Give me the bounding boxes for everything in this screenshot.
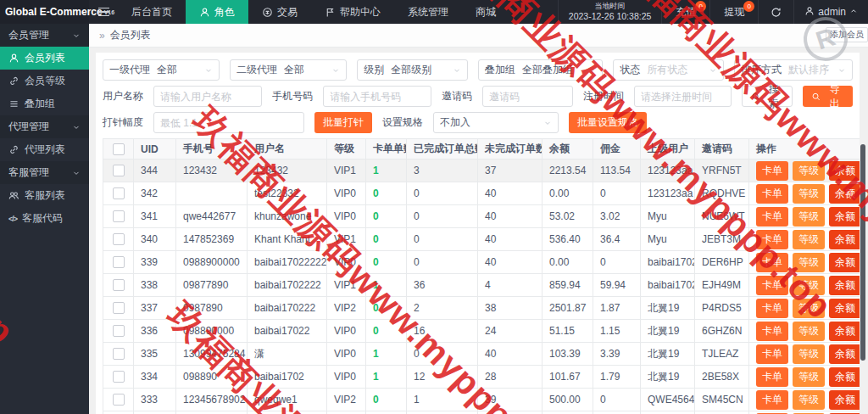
set-spec-select[interactable]: 不加入 [433, 112, 559, 133]
top-nav-help-center[interactable]: 帮助中心 [311, 0, 394, 24]
action-button-level[interactable]: 等级 [793, 344, 825, 364]
action-button-stuck-order[interactable]: 卡单 [756, 322, 788, 341]
row-checkbox[interactable] [113, 256, 125, 268]
action-button-stuck-order[interactable]: 卡单 [756, 253, 788, 272]
row-select-cell [103, 251, 134, 274]
sidebar-item-overlay-group[interactable]: 叠加组 [0, 92, 89, 115]
action-button-level[interactable]: 等级 [793, 299, 825, 318]
cell-invite: YRFN5T [695, 159, 749, 182]
sidebar-item-member-level[interactable]: 会员等级 [0, 70, 89, 92]
sidebar-item-service-code[interactable]: </>客服代码 [0, 207, 89, 230]
cell-stuck: 0 [366, 228, 407, 251]
action-button-balance[interactable]: 余额 [829, 207, 860, 227]
sidebar-item-service-list[interactable]: 客服列表 [0, 184, 89, 207]
cell-uncompleted: 24 [478, 320, 542, 343]
top-nav-role[interactable]: 角色 [186, 0, 248, 24]
sidebar-item-label: 客服代码 [22, 211, 63, 226]
row-checkbox[interactable] [113, 371, 125, 383]
action-button-stuck-order[interactable]: 卡单 [756, 344, 788, 364]
sidebar-item-label: 客服列表 [25, 188, 65, 203]
row-checkbox[interactable] [113, 233, 125, 245]
action-button-level[interactable]: 等级 [793, 184, 825, 204]
vertical-scrollbar[interactable] [860, 144, 865, 361]
row-checkbox[interactable] [113, 325, 125, 337]
export-button[interactable]: 导出 [803, 86, 853, 107]
row-checkbox[interactable] [113, 348, 125, 360]
sidebar-group-member-management[interactable]: 会员管理 [0, 24, 89, 47]
register-time-input[interactable] [641, 91, 725, 103]
sidebar-group-service-management[interactable]: 客服管理 [0, 161, 89, 184]
action-button-stuck-order[interactable]: 卡单 [756, 367, 788, 387]
sidebar-group-agent-management[interactable]: 代理管理 [0, 115, 89, 138]
sidebar-group-label: 会员管理 [8, 28, 49, 42]
cell-level: VIP1 [327, 274, 366, 297]
top-nav-system[interactable]: 系统管理 [394, 0, 462, 24]
link-icon [8, 76, 19, 87]
action-button-balance[interactable]: 余额 [829, 367, 860, 387]
filter-select-sort-order[interactable]: 排序方式默认排序 [734, 59, 853, 81]
action-button-level[interactable]: 等级 [793, 276, 825, 295]
row-checkbox[interactable] [113, 302, 125, 314]
top-nav-mall[interactable]: 商城 [462, 0, 509, 24]
withdraw-button[interactable]: 提现 0 [710, 0, 759, 24]
add-member-button[interactable]: 添加会员 [826, 27, 868, 42]
search-button[interactable]: 搜索 [742, 86, 793, 107]
row-checkbox[interactable] [113, 279, 125, 291]
cell-stuck: 0 [366, 251, 407, 274]
cell-uncompleted [478, 411, 542, 414]
filter-select-overlay-group[interactable]: 叠加组全部叠加组 [478, 59, 603, 81]
top-nav-label: 商城 [476, 5, 496, 20]
action-button-level[interactable]: 等级 [793, 367, 825, 387]
action-button-stuck-order[interactable]: 卡单 [756, 390, 788, 410]
action-button-balance[interactable]: 余额 [829, 184, 860, 204]
action-button-stuck-order[interactable]: 卡单 [756, 230, 788, 249]
batch-inject-button[interactable]: 批量打针 [314, 112, 372, 133]
refresh-icon[interactable] [759, 0, 794, 24]
action-button-balance[interactable]: 余额 [829, 390, 860, 410]
recharge-button[interactable]: 充值 0 [662, 0, 710, 24]
action-button-stuck-order[interactable]: 卡单 [756, 299, 788, 318]
inject-range-input[interactable] [160, 117, 298, 129]
filter-select-agent-level1[interactable]: 一级代理全部 [103, 59, 220, 81]
menu-toggle-icon[interactable] [89, 0, 118, 24]
action-button-stuck-order[interactable]: 卡单 [756, 184, 788, 204]
action-button-stuck-order[interactable]: 卡单 [756, 207, 788, 227]
batch-set-spec-button[interactable]: 批量设置规格 [569, 112, 647, 133]
action-button-balance[interactable]: 余额 [829, 344, 860, 364]
user-menu[interactable]: admin [794, 0, 868, 24]
action-button-stuck-order[interactable]: 卡单 [756, 276, 788, 295]
action-button-level[interactable]: 等级 [793, 253, 825, 272]
action-button-balance[interactable]: 余额 [829, 299, 860, 318]
row-checkbox[interactable] [113, 187, 125, 199]
action-button-level[interactable]: 等级 [793, 230, 825, 249]
phone-input[interactable] [330, 91, 425, 103]
action-button-stuck-order[interactable]: 卡单 [756, 161, 788, 181]
row-checkbox[interactable] [113, 165, 125, 176]
select-all-checkbox[interactable] [113, 143, 125, 155]
filter-select-level[interactable]: 级别全部级别 [357, 59, 468, 81]
cell-completed: 0 [407, 228, 478, 251]
action-button-balance[interactable]: 余额 [829, 161, 860, 181]
action-button-level[interactable]: 等级 [793, 390, 825, 410]
column-header: 邀请码 [695, 139, 749, 159]
top-nav-trade[interactable]: 交易 [248, 0, 311, 24]
row-checkbox[interactable] [113, 394, 125, 406]
local-time: 当地时间 2023-12-26 10:38:25 [558, 0, 663, 24]
top-nav-home[interactable]: 后台首页 [118, 0, 186, 24]
action-button-balance[interactable]: 余额 [829, 230, 860, 249]
action-button-level[interactable]: 等级 [793, 207, 825, 227]
filter-select-agent-level2[interactable]: 二级代理全部 [230, 59, 347, 81]
action-button-balance[interactable]: 余额 [829, 276, 860, 295]
user-icon [804, 6, 815, 19]
filter-select-status[interactable]: 状态所有状态 [613, 59, 724, 81]
invite-code-input[interactable] [489, 91, 566, 103]
action-button-level[interactable]: 等级 [793, 322, 825, 341]
action-button-balance[interactable]: 余额 [829, 253, 860, 272]
username-input[interactable] [160, 91, 255, 103]
action-button-balance[interactable]: 余额 [829, 322, 860, 341]
sidebar-item-member-list[interactable]: 会员列表 [0, 47, 89, 70]
sidebar-item-agent-list[interactable]: 代理列表 [0, 138, 89, 161]
action-button-level[interactable]: 等级 [793, 161, 825, 181]
row-checkbox[interactable] [113, 210, 125, 222]
row-actions: 卡单等级余额编辑… [749, 182, 860, 205]
